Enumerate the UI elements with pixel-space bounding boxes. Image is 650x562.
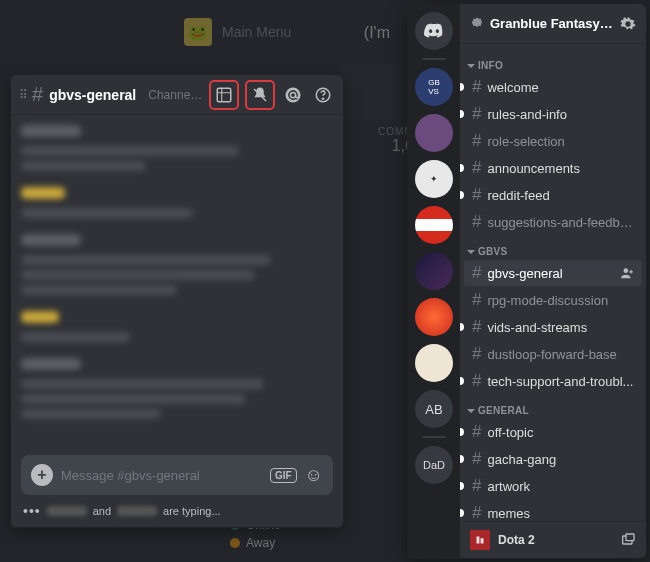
- svg-point-5: [322, 98, 323, 99]
- typing-dots-icon: •••: [23, 503, 41, 519]
- hash-icon: #: [472, 290, 481, 310]
- hash-icon: #: [472, 449, 481, 469]
- svg-rect-7: [475, 535, 486, 546]
- svg-rect-0: [217, 88, 231, 102]
- drag-handle-icon[interactable]: ⠿: [19, 88, 26, 102]
- hash-icon: #: [472, 263, 481, 283]
- typing-indicator: ••• and are typing...: [11, 499, 343, 527]
- channel-popout-window: ⠿ # gbvs-general Channel t...: [10, 74, 344, 528]
- svg-point-6: [624, 268, 629, 273]
- server-rail: GBVS ✦ AB DaD: [408, 4, 460, 558]
- channel-item[interactable]: #off-topic: [464, 419, 642, 445]
- channel-item[interactable]: #suggestions-and-feedback: [464, 209, 642, 235]
- server-icon[interactable]: [415, 114, 453, 152]
- server-icon[interactable]: [415, 344, 453, 382]
- server-icon[interactable]: [415, 298, 453, 336]
- channel-name: gbvs-general: [49, 87, 136, 103]
- hash-icon: #: [472, 476, 481, 496]
- server-name: Granblue Fantasy: Ve...: [490, 16, 614, 31]
- server-icon[interactable]: ✦: [415, 160, 453, 198]
- message-list[interactable]: [11, 115, 343, 455]
- hash-icon: #: [472, 158, 481, 178]
- channel-item[interactable]: #tech-support-and-troubl...: [464, 368, 642, 394]
- game-icon: [470, 530, 490, 550]
- now-playing-bar[interactable]: Dota 2: [460, 521, 646, 558]
- category-header[interactable]: general: [460, 395, 646, 418]
- settings-icon[interactable]: [620, 16, 636, 32]
- channel-item[interactable]: #welcome: [464, 74, 642, 100]
- hash-icon: #: [472, 77, 481, 97]
- svg-rect-9: [626, 534, 634, 541]
- server-header[interactable]: Granblue Fantasy: Ve...: [460, 4, 646, 44]
- channel-item[interactable]: #dustloop-forward-base: [464, 341, 642, 367]
- server-icon[interactable]: AB: [415, 390, 453, 428]
- hash-icon: #: [472, 212, 481, 232]
- channel-item[interactable]: #rules-and-info: [464, 101, 642, 127]
- mentions-button[interactable]: [281, 83, 305, 107]
- attach-button[interactable]: +: [31, 464, 53, 486]
- channel-item[interactable]: #vids-and-streams: [464, 314, 642, 340]
- game-name: Dota 2: [498, 533, 612, 547]
- category-header[interactable]: gbvs: [460, 236, 646, 259]
- channel-item[interactable]: #rpg-mode-discussion: [464, 287, 642, 313]
- channel-item[interactable]: #role-selection: [464, 128, 642, 154]
- hash-icon: #: [32, 83, 43, 106]
- hash-icon: #: [472, 185, 481, 205]
- hash-icon: #: [472, 317, 481, 337]
- server-icon[interactable]: [415, 252, 453, 290]
- svg-point-3: [290, 92, 295, 97]
- channel-scroll[interactable]: info#welcome#rules-and-info#role-selecti…: [460, 44, 646, 521]
- server-icon[interactable]: GBVS: [415, 68, 453, 106]
- server-quickswitch-panel: GBVS ✦ AB DaD Granblue Fantasy: Ve... in…: [408, 4, 646, 558]
- channel-item[interactable]: #artwork: [464, 473, 642, 499]
- input-placeholder: Message #gbvs-general: [61, 468, 262, 483]
- channel-header: ⠿ # gbvs-general Channel t...: [11, 75, 343, 115]
- hash-icon: #: [472, 344, 481, 364]
- notifications-button[interactable]: [248, 83, 272, 107]
- server-icon[interactable]: [415, 206, 453, 244]
- threads-button[interactable]: [212, 83, 236, 107]
- typing-and: and: [93, 505, 111, 517]
- channel-list-pane: Granblue Fantasy: Ve... info#welcome#rul…: [460, 4, 646, 558]
- hash-icon: #: [472, 104, 481, 124]
- svg-point-2: [286, 88, 300, 102]
- hash-icon: #: [472, 503, 481, 521]
- category-header[interactable]: info: [460, 50, 646, 73]
- message-input[interactable]: + Message #gbvs-general GIF ☺: [21, 455, 333, 495]
- channel-topic[interactable]: Channel t...: [148, 88, 204, 102]
- hash-icon: #: [472, 422, 481, 442]
- hash-icon: #: [472, 371, 481, 391]
- typing-suffix: are typing...: [163, 505, 220, 517]
- hash-icon: #: [472, 131, 481, 151]
- channel-item[interactable]: #reddit-feed: [464, 182, 642, 208]
- server-icon[interactable]: DaD: [415, 446, 453, 484]
- help-button[interactable]: [311, 83, 335, 107]
- gif-button[interactable]: GIF: [270, 468, 297, 483]
- channel-item[interactable]: #gbvs-general: [464, 260, 642, 286]
- channel-item[interactable]: #gacha-gang: [464, 446, 642, 472]
- channel-item[interactable]: #announcements: [464, 155, 642, 181]
- popout-icon[interactable]: [620, 532, 636, 548]
- home-button[interactable]: [415, 12, 453, 50]
- verified-icon: [470, 17, 484, 31]
- emoji-button[interactable]: ☺: [305, 465, 323, 486]
- channel-item[interactable]: #memes: [464, 500, 642, 521]
